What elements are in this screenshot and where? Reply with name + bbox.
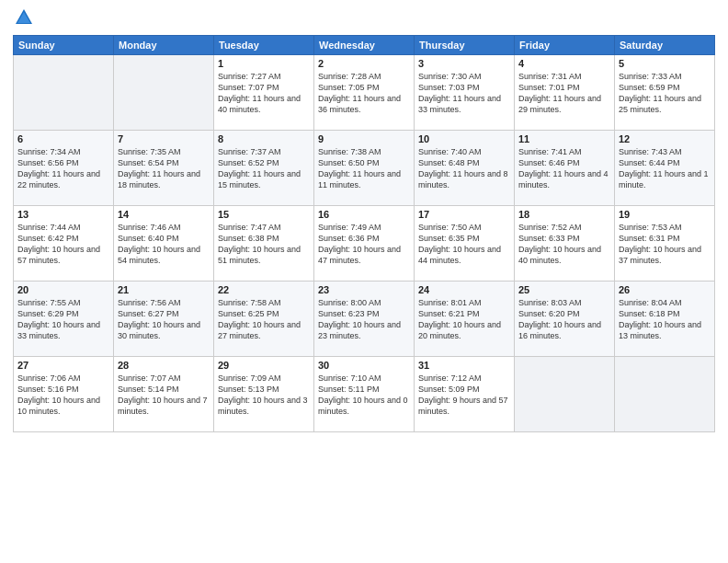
calendar-cell: 13Sunrise: 7:44 AMSunset: 6:42 PMDayligh… xyxy=(14,206,114,282)
calendar-cell: 3Sunrise: 7:30 AMSunset: 7:03 PMDaylight… xyxy=(415,55,515,131)
day-number: 9 xyxy=(318,133,410,144)
calendar-week-row: 27Sunrise: 7:06 AMSunset: 5:16 PMDayligh… xyxy=(14,357,715,432)
cell-info: Sunrise: 7:35 AMSunset: 6:54 PMDaylight:… xyxy=(118,146,210,191)
cell-info: Sunrise: 7:09 AMSunset: 5:13 PMDaylight:… xyxy=(218,373,310,418)
day-number: 19 xyxy=(619,209,711,220)
calendar-cell: 26Sunrise: 8:04 AMSunset: 6:18 PMDayligh… xyxy=(615,282,715,357)
calendar-cell: 4Sunrise: 7:31 AMSunset: 7:01 PMDaylight… xyxy=(515,55,615,131)
calendar-cell xyxy=(515,357,615,432)
calendar-cell xyxy=(14,55,114,131)
day-header-saturday: Saturday xyxy=(615,36,715,55)
cell-info: Sunrise: 8:01 AMSunset: 6:21 PMDaylight:… xyxy=(418,297,510,342)
day-number: 30 xyxy=(318,360,410,371)
day-number: 10 xyxy=(418,133,510,144)
day-number: 13 xyxy=(17,209,109,220)
calendar-cell: 19Sunrise: 7:53 AMSunset: 6:31 PMDayligh… xyxy=(615,206,715,282)
calendar-table: SundayMondayTuesdayWednesdayThursdayFrid… xyxy=(13,35,715,432)
day-number: 17 xyxy=(418,209,510,220)
day-number: 22 xyxy=(218,284,310,295)
calendar-cell: 20Sunrise: 7:55 AMSunset: 6:29 PMDayligh… xyxy=(14,282,114,357)
calendar-cell: 24Sunrise: 8:01 AMSunset: 6:21 PMDayligh… xyxy=(415,282,515,357)
day-number: 20 xyxy=(17,284,109,295)
cell-info: Sunrise: 7:47 AMSunset: 6:38 PMDaylight:… xyxy=(218,222,310,267)
calendar-cell: 16Sunrise: 7:49 AMSunset: 6:36 PMDayligh… xyxy=(314,206,415,282)
calendar-cell: 18Sunrise: 7:52 AMSunset: 6:33 PMDayligh… xyxy=(515,206,615,282)
day-header-tuesday: Tuesday xyxy=(214,36,314,55)
day-number: 1 xyxy=(218,58,310,69)
day-number: 14 xyxy=(118,209,210,220)
calendar-cell: 31Sunrise: 7:12 AMSunset: 5:09 PMDayligh… xyxy=(415,357,515,432)
calendar-cell: 29Sunrise: 7:09 AMSunset: 5:13 PMDayligh… xyxy=(214,357,314,432)
day-number: 18 xyxy=(518,209,610,220)
cell-info: Sunrise: 7:31 AMSunset: 7:01 PMDaylight:… xyxy=(518,71,610,116)
cell-info: Sunrise: 7:46 AMSunset: 6:40 PMDaylight:… xyxy=(118,222,210,267)
cell-info: Sunrise: 7:41 AMSunset: 6:46 PMDaylight:… xyxy=(518,146,610,191)
cell-info: Sunrise: 7:33 AMSunset: 6:59 PMDaylight:… xyxy=(619,71,711,116)
calendar-cell: 22Sunrise: 7:58 AMSunset: 6:25 PMDayligh… xyxy=(214,282,314,357)
calendar-cell: 25Sunrise: 8:03 AMSunset: 6:20 PMDayligh… xyxy=(515,282,615,357)
calendar-cell: 17Sunrise: 7:50 AMSunset: 6:35 PMDayligh… xyxy=(415,206,515,282)
calendar-week-row: 20Sunrise: 7:55 AMSunset: 6:29 PMDayligh… xyxy=(14,282,715,357)
day-number: 23 xyxy=(318,284,410,295)
calendar-cell: 12Sunrise: 7:43 AMSunset: 6:44 PMDayligh… xyxy=(615,131,715,206)
calendar-cell: 14Sunrise: 7:46 AMSunset: 6:40 PMDayligh… xyxy=(114,206,214,282)
cell-info: Sunrise: 7:50 AMSunset: 6:35 PMDaylight:… xyxy=(418,222,510,267)
calendar-cell: 10Sunrise: 7:40 AMSunset: 6:48 PMDayligh… xyxy=(415,131,515,206)
day-number: 31 xyxy=(418,360,510,371)
day-number: 29 xyxy=(218,360,310,371)
day-header-wednesday: Wednesday xyxy=(314,36,415,55)
calendar-cell: 5Sunrise: 7:33 AMSunset: 6:59 PMDaylight… xyxy=(615,55,715,131)
logo xyxy=(13,9,34,28)
calendar-week-row: 1Sunrise: 7:27 AMSunset: 7:07 PMDaylight… xyxy=(14,55,715,131)
day-header-friday: Friday xyxy=(515,36,615,55)
day-number: 6 xyxy=(17,133,109,144)
calendar-cell: 30Sunrise: 7:10 AMSunset: 5:11 PMDayligh… xyxy=(314,357,415,432)
cell-info: Sunrise: 7:38 AMSunset: 6:50 PMDaylight:… xyxy=(318,146,410,191)
logo-general-text xyxy=(13,9,34,28)
day-header-thursday: Thursday xyxy=(415,36,515,55)
calendar-header-row: SundayMondayTuesdayWednesdayThursdayFrid… xyxy=(14,36,715,55)
calendar-week-row: 6Sunrise: 7:34 AMSunset: 6:56 PMDaylight… xyxy=(14,131,715,206)
calendar-cell: 7Sunrise: 7:35 AMSunset: 6:54 PMDaylight… xyxy=(114,131,214,206)
cell-info: Sunrise: 8:00 AMSunset: 6:23 PMDaylight:… xyxy=(318,297,410,342)
day-number: 8 xyxy=(218,133,310,144)
day-number: 11 xyxy=(518,133,610,144)
day-header-monday: Monday xyxy=(114,36,214,55)
cell-info: Sunrise: 8:03 AMSunset: 6:20 PMDaylight:… xyxy=(518,297,610,342)
day-number: 7 xyxy=(118,133,210,144)
cell-info: Sunrise: 7:27 AMSunset: 7:07 PMDaylight:… xyxy=(218,71,310,116)
cell-info: Sunrise: 7:34 AMSunset: 6:56 PMDaylight:… xyxy=(17,146,109,191)
cell-info: Sunrise: 7:12 AMSunset: 5:09 PMDaylight:… xyxy=(418,373,510,418)
day-number: 4 xyxy=(518,58,610,69)
cell-info: Sunrise: 7:58 AMSunset: 6:25 PMDaylight:… xyxy=(218,297,310,342)
logo-icon xyxy=(14,7,34,28)
cell-info: Sunrise: 7:06 AMSunset: 5:16 PMDaylight:… xyxy=(17,373,109,418)
calendar-cell: 6Sunrise: 7:34 AMSunset: 6:56 PMDaylight… xyxy=(14,131,114,206)
day-number: 27 xyxy=(17,360,109,371)
cell-info: Sunrise: 8:04 AMSunset: 6:18 PMDaylight:… xyxy=(619,297,711,342)
cell-info: Sunrise: 7:53 AMSunset: 6:31 PMDaylight:… xyxy=(619,222,711,267)
day-number: 26 xyxy=(619,284,711,295)
cell-info: Sunrise: 7:40 AMSunset: 6:48 PMDaylight:… xyxy=(418,146,510,191)
calendar-cell: 15Sunrise: 7:47 AMSunset: 6:38 PMDayligh… xyxy=(214,206,314,282)
calendar-cell xyxy=(114,55,214,131)
calendar-cell xyxy=(615,357,715,432)
day-number: 5 xyxy=(619,58,711,69)
day-number: 15 xyxy=(218,209,310,220)
calendar-cell: 11Sunrise: 7:41 AMSunset: 6:46 PMDayligh… xyxy=(515,131,615,206)
day-number: 24 xyxy=(418,284,510,295)
calendar-week-row: 13Sunrise: 7:44 AMSunset: 6:42 PMDayligh… xyxy=(14,206,715,282)
cell-info: Sunrise: 7:43 AMSunset: 6:44 PMDaylight:… xyxy=(619,146,711,191)
calendar-page: SundayMondayTuesdayWednesdayThursdayFrid… xyxy=(0,0,728,563)
cell-info: Sunrise: 7:28 AMSunset: 7:05 PMDaylight:… xyxy=(318,71,410,116)
day-number: 12 xyxy=(619,133,711,144)
cell-info: Sunrise: 7:49 AMSunset: 6:36 PMDaylight:… xyxy=(318,222,410,267)
cell-info: Sunrise: 7:10 AMSunset: 5:11 PMDaylight:… xyxy=(318,373,410,418)
calendar-cell: 28Sunrise: 7:07 AMSunset: 5:14 PMDayligh… xyxy=(114,357,214,432)
day-number: 28 xyxy=(118,360,210,371)
calendar-cell: 23Sunrise: 8:00 AMSunset: 6:23 PMDayligh… xyxy=(314,282,415,357)
calendar-cell: 21Sunrise: 7:56 AMSunset: 6:27 PMDayligh… xyxy=(114,282,214,357)
cell-info: Sunrise: 7:56 AMSunset: 6:27 PMDaylight:… xyxy=(118,297,210,342)
cell-info: Sunrise: 7:30 AMSunset: 7:03 PMDaylight:… xyxy=(418,71,510,116)
day-number: 25 xyxy=(518,284,610,295)
